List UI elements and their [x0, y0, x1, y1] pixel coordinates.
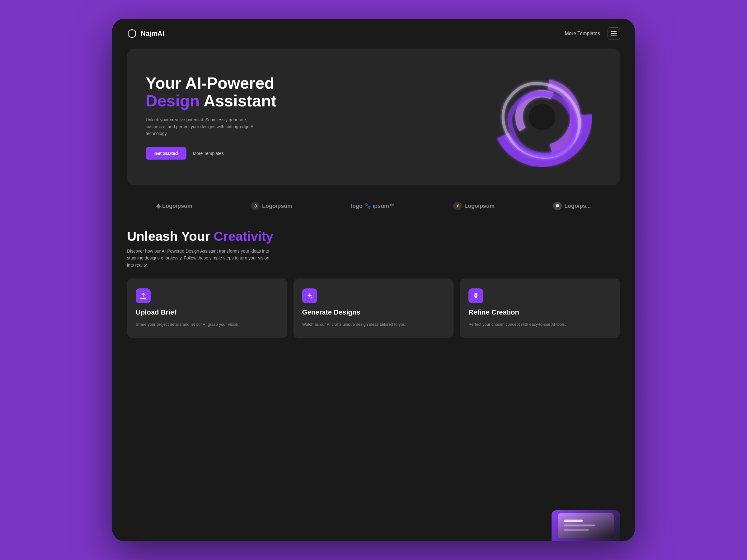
bottom-preview-image: [551, 510, 620, 541]
hero-title-highlight: Design: [146, 92, 200, 110]
hero-title-line1: Your AI-Powered: [146, 74, 276, 92]
feature-card-upload: Upload Brief Share your project details …: [127, 278, 287, 338]
logo-item-2-text: Logoipsum: [262, 203, 292, 209]
hero-description: Unlock your creative potential. Seamless…: [146, 116, 264, 137]
card-title-upload: Upload Brief: [136, 308, 279, 316]
bottom-partial-area: [112, 348, 635, 541]
purple-spiral-illustration: [492, 67, 592, 167]
section-title: Unleash Your Creativity: [127, 229, 620, 244]
logo-item-1-text: ◈ Logoipsum: [156, 203, 192, 209]
logo-item-1: ◈ Logoipsum: [156, 203, 192, 209]
device-frame: NajmAI More Templates Your AI-Powered De…: [112, 19, 635, 541]
logo-item-5-text: Logoips...: [564, 203, 591, 209]
feature-card-refine: Refine Creation Perfect your chosen conc…: [460, 278, 620, 338]
nav-right: More Templates: [565, 27, 620, 40]
sparkles-icon: [306, 292, 313, 300]
sparkles-icon-wrapper: [302, 288, 317, 303]
logo-item-5-icon: 🏔: [553, 202, 562, 210]
logo-item-3-text: logo 🐾 ipsum™: [351, 203, 395, 209]
hero-title-line2: Design Assistant: [146, 92, 276, 110]
cards-grid: Upload Brief Share your project details …: [127, 278, 620, 338]
logos-strip: ◈ Logoipsum ⬡ Logoipsum logo 🐾 ipsum™ ⚡ …: [112, 195, 635, 216]
svg-marker-0: [128, 29, 136, 38]
section-description: Discover how our AI-Powered Design Assis…: [127, 248, 276, 268]
upload-icon-wrapper: [136, 288, 151, 303]
card-title-refine: Refine Creation: [468, 308, 611, 316]
get-started-button[interactable]: Get Started: [146, 147, 186, 160]
card-description-refine: Perfect your chosen concept with easy-to…: [468, 321, 611, 328]
svg-rect-8: [564, 525, 595, 526]
logo-area: NajmAI: [127, 29, 164, 38]
logo-item-4-text: Logoipsum: [464, 203, 495, 209]
bottom-preview-svg: [558, 513, 614, 538]
hamburger-line-2: [611, 33, 617, 34]
hamburger-line-3: [611, 35, 617, 36]
card-description-generate: Watch as our AI crafts unique design ide…: [302, 321, 445, 328]
logo-item-4: ⚡ Logoipsum: [453, 202, 495, 210]
logo-item-3: logo 🐾 ipsum™: [351, 203, 395, 209]
logo-item-5: 🏔 Logoips...: [553, 202, 591, 210]
hero-more-templates-button[interactable]: More Templates: [193, 151, 224, 156]
svg-rect-7: [564, 519, 583, 522]
upload-icon: [139, 292, 147, 300]
hamburger-button[interactable]: [608, 27, 620, 40]
rocket-icon-wrapper: [468, 288, 483, 303]
section-title-purple: Creativity: [214, 229, 273, 244]
creativity-section: Unleash Your Creativity Discover how our…: [112, 216, 635, 348]
section-title-white: Unleash Your: [127, 229, 214, 244]
nav-more-templates-link[interactable]: More Templates: [565, 31, 600, 36]
rocket-icon: [472, 292, 480, 300]
svg-rect-9: [564, 529, 589, 531]
hero-buttons: Get Started More Templates: [146, 147, 276, 160]
feature-card-generate: Generate Designs Watch as our AI crafts …: [293, 278, 454, 338]
logo-item-2: ⬡ Logoipsum: [251, 202, 292, 210]
hero-visual: [483, 67, 601, 167]
hero-content: Your AI-Powered Design Assistant Unlock …: [146, 74, 276, 160]
card-title-generate: Generate Designs: [302, 308, 445, 316]
navbar: NajmAI More Templates: [112, 19, 635, 49]
hero-section: Your AI-Powered Design Assistant Unlock …: [127, 49, 620, 185]
hero-title-white: Assistant: [200, 92, 276, 110]
hamburger-line-1: [611, 31, 617, 32]
logo-item-4-icon: ⚡: [453, 202, 462, 210]
svg-point-5: [475, 295, 476, 296]
logo-icon: [127, 29, 137, 38]
svg-point-4: [529, 104, 555, 130]
card-description-upload: Share your project details and let our A…: [136, 321, 279, 328]
logo-text: NajmAI: [141, 30, 164, 38]
logo-item-2-icon: ⬡: [251, 202, 260, 210]
